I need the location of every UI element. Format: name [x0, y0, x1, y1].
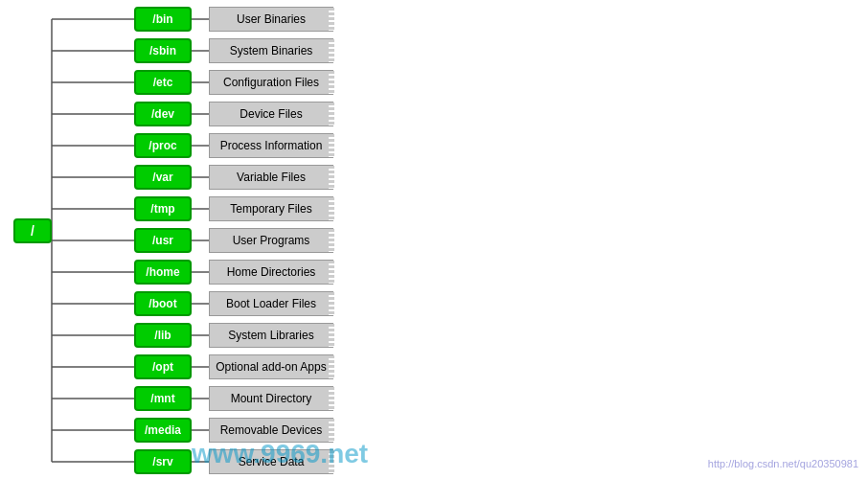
root-node: /	[13, 218, 52, 243]
dir-node-tmp: /tmp	[134, 196, 192, 221]
dir-node-media: /media	[134, 418, 192, 443]
dir-node-boot: /boot	[134, 291, 192, 316]
dir-node-opt: /opt	[134, 354, 192, 379]
diagram-container: / /binUser Binaries/sbinSystem Binaries/…	[0, 0, 868, 479]
desc-node-bin: User Binaries	[209, 7, 333, 32]
dir-node-dev: /dev	[134, 102, 192, 126]
desc-node-opt: Optional add-on Apps	[209, 354, 333, 379]
dir-node-var: /var	[134, 165, 192, 190]
dir-node-sbin: /sbin	[134, 38, 192, 63]
desc-node-srv: Service Data	[209, 449, 333, 474]
desc-node-var: Variable Files	[209, 165, 333, 190]
desc-node-sbin: System Binaries	[209, 38, 333, 63]
watermark2: http://blog.csdn.net/qu20350981	[708, 458, 858, 469]
desc-node-media: Removable Devices	[209, 418, 333, 443]
desc-node-tmp: Temporary Files	[209, 196, 333, 221]
desc-node-home: Home Directories	[209, 260, 333, 285]
dir-node-proc: /proc	[134, 133, 192, 158]
dir-node-srv: /srv	[134, 449, 192, 474]
dir-node-bin: /bin	[134, 7, 192, 32]
tree-lines	[0, 0, 868, 479]
desc-node-lib: System Libraries	[209, 323, 333, 348]
dir-node-etc: /etc	[134, 70, 192, 95]
root-label: /	[31, 223, 34, 239]
dir-node-mnt: /mnt	[134, 386, 192, 411]
dir-node-home: /home	[134, 260, 192, 285]
desc-node-etc: Configuration Files	[209, 70, 333, 95]
dir-node-usr: /usr	[134, 228, 192, 253]
desc-node-usr: User Programs	[209, 228, 333, 253]
desc-node-dev: Device Files	[209, 102, 333, 126]
desc-node-proc: Process Information	[209, 133, 333, 158]
desc-node-mnt: Mount Directory	[209, 386, 333, 411]
dir-node-lib: /lib	[134, 323, 192, 348]
desc-node-boot: Boot Loader Files	[209, 291, 333, 316]
